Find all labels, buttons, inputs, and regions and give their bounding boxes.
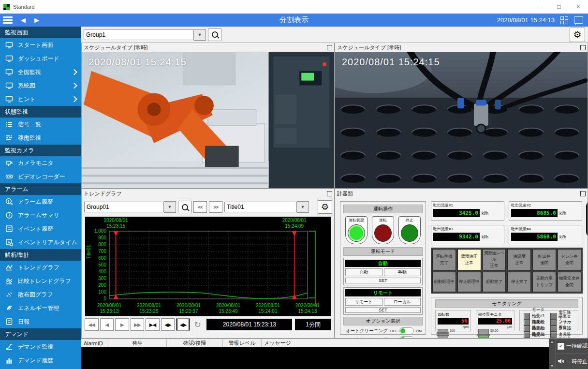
sidebar-item-scatter-graph[interactable]: 散布図グラフ (0, 288, 81, 301)
manual-mode-button[interactable]: 手動 (384, 268, 421, 276)
sidebar-item-demand-report[interactable]: デマンドレポート (0, 367, 81, 369)
layout-grid-icon[interactable] (560, 16, 568, 24)
alarm-col-ack[interactable]: 確認/復帰 (167, 339, 223, 347)
sidebar-item-nationwide-monitor[interactable]: 全国監視 (0, 65, 81, 79)
sidebar-item-hint[interactable]: ヒント (0, 92, 81, 106)
pause-sound-button[interactable]: 一時停止 (556, 354, 588, 369)
maximize-button[interactable]: □ (549, 0, 569, 14)
auto-mode-button[interactable]: 自動 (345, 268, 382, 276)
trend-title-dropdown-button[interactable]: ▼ (297, 201, 309, 213)
sidebar-item-dashboard[interactable]: ダッシュボード (0, 52, 81, 65)
instruments-panel: 計器類 運転操作 運転状態 運転 (335, 189, 588, 339)
sidebar-item-start-screen[interactable]: スタート画面 (0, 38, 81, 52)
close-button[interactable]: × (569, 0, 588, 14)
alarm-col-id[interactable]: AlarmID (81, 339, 108, 347)
status-cell: ドレン弁全閉 (558, 249, 581, 270)
step-back-button[interactable]: ◀ (100, 318, 114, 331)
sidebar-item-demand-monitor[interactable]: デマンド監視 (0, 340, 81, 354)
zoom-in-button[interactable]: ▶◀ (146, 318, 160, 331)
settings-button[interactable]: ⚙ (570, 28, 585, 42)
sidebar-item-alarm-history[interactable]: アラーム履歴 (0, 195, 81, 208)
fit-range-button[interactable]: ◀▶ (176, 318, 190, 331)
sidebar-item-energy-management[interactable]: エネルギー管理 (0, 301, 81, 315)
remote-set-button[interactable]: SET (345, 307, 421, 313)
camera-left-header: スケジュールタイプ [常時] (84, 44, 147, 51)
speaker-icon (558, 358, 564, 365)
trend-title-input[interactable] (224, 202, 297, 212)
group-search-button[interactable] (208, 29, 221, 41)
x-tick: 2020/08/01 15:24:13 (295, 303, 320, 314)
sidebar-item-video-recorder[interactable]: ビデオレコーダー (0, 170, 81, 183)
bulk-ack-button[interactable]: ✓ 一括確認 (556, 339, 588, 354)
trend-group-input[interactable] (84, 202, 164, 212)
leaf-icon (5, 304, 14, 312)
alarm-col-occurred[interactable]: 発生 (108, 339, 167, 347)
alarm-table-body[interactable] (81, 347, 549, 369)
indicator-lamp (524, 332, 530, 338)
maximize-panel-icon[interactable] (327, 45, 332, 50)
trend-next-button[interactable]: >> (209, 201, 222, 213)
camera-panel-left: スケジュールタイプ [常時] (81, 43, 335, 189)
trend-chart[interactable]: Title01 2020/08/01 15:23:15 2020/08/01 1… (85, 217, 331, 316)
mode-set-button[interactable]: SET (345, 278, 421, 283)
minimize-button[interactable]: ─ (530, 0, 549, 14)
step-forward-button[interactable]: ▶ (115, 318, 129, 331)
maximize-panel-icon[interactable] (327, 191, 332, 196)
trend-settings-button[interactable]: ⚙ (318, 200, 332, 214)
refresh-icon[interactable]: ↻ (191, 319, 204, 330)
screen-mode-toggle[interactable] (399, 336, 414, 338)
camera-right-header: スケジュールタイプ [常時] (337, 44, 401, 51)
sidebar-item-camera-monitor[interactable]: カメラモニタ (0, 156, 81, 170)
mode-display: 自動 (345, 260, 421, 267)
sidebar-item-operation-monitor[interactable]: 稼働監視 (0, 131, 81, 145)
screen-mode-toggle-row: スクリーンモード OFF ON (343, 336, 423, 338)
status-cell: 油温度正常 (507, 249, 531, 270)
maximize-panel-icon[interactable] (580, 45, 586, 50)
sidebar-item-daily-report[interactable]: 日報 (0, 315, 81, 328)
chevron-right-icon (71, 69, 77, 75)
chevron-right-icon (71, 83, 77, 89)
sidebar-item-event-realtime[interactable]: イベントリアルタイム (0, 236, 81, 249)
remote-button[interactable]: リモート (345, 298, 382, 306)
sidebar-item-system-diagram[interactable]: 系統図 (0, 79, 81, 92)
trend-group-dropdown-button[interactable]: ▼ (164, 201, 176, 213)
bars-icon (5, 133, 14, 142)
display-icon[interactable] (574, 16, 583, 24)
run-button[interactable]: 運転 (372, 216, 394, 244)
group-select-input[interactable] (84, 30, 194, 40)
alarm-col-message[interactable]: メッセージ (262, 339, 549, 347)
trend-search-button[interactable] (178, 201, 191, 213)
remote-group: リモート リモート ローカル SET (343, 287, 423, 315)
rewind-button[interactable]: ◀◀ (85, 318, 99, 331)
instruments-panel-header: 計器類 (337, 190, 353, 197)
nav-forward-button[interactable]: ▶ (30, 16, 44, 24)
sidebar-item-demand-history[interactable]: デマンド履歴 (0, 354, 81, 367)
camera-right-view: 2020/08/01 15:24:15 (335, 52, 588, 188)
stop-button[interactable]: 停止 (398, 216, 421, 244)
status-cell: 吐出弁全閉 (532, 249, 556, 270)
sidebar-item-signal-list[interactable]: 信号一覧 (0, 118, 81, 131)
zoom-out-button[interactable]: ◀▶ (161, 318, 175, 331)
lamp-bulb (401, 224, 418, 242)
status-cell: 起動処理中 (432, 272, 456, 292)
scroll-up-icon[interactable]: ▲ (550, 340, 554, 343)
sidebar-section-analysis: 解析/集計 (0, 249, 81, 261)
menu-icon[interactable] (0, 14, 16, 27)
alarm-col-level[interactable]: 警報レベル (223, 339, 262, 347)
maximize-panel-icon[interactable] (580, 191, 586, 196)
sidebar-item-alarm-summary[interactable]: アラームサマリ (0, 208, 81, 222)
current-gauge: 電流 A 96.0 (586, 201, 588, 237)
trend-prev-button[interactable]: << (193, 201, 207, 213)
camera-left-view: 2020/08/01 15:24:15 (82, 52, 334, 188)
sidebar-item-event-history[interactable]: イベント履歴 (0, 222, 81, 236)
local-button[interactable]: ローカル (384, 298, 421, 306)
scroll-down-icon[interactable]: ▼ (550, 364, 554, 368)
application-window: Standard ─ □ × ◀ ▶ 分割表示 2020/08/01 15:24… (0, 0, 588, 369)
auto-cleaning-toggle[interactable] (399, 327, 414, 334)
sidebar-item-compare-trend-graph[interactable]: 比較トレンドグラフ (0, 274, 81, 288)
group-dropdown-button[interactable]: ▼ (194, 29, 206, 41)
nav-back-button[interactable]: ◀ (16, 16, 30, 24)
fast-forward-button[interactable]: ▶▶ (131, 318, 145, 331)
sidebar-item-trend-graph[interactable]: トレンドグラフ (0, 261, 81, 274)
trend-toolbar: ▼ << >> ▼ ⚙ (82, 198, 334, 216)
